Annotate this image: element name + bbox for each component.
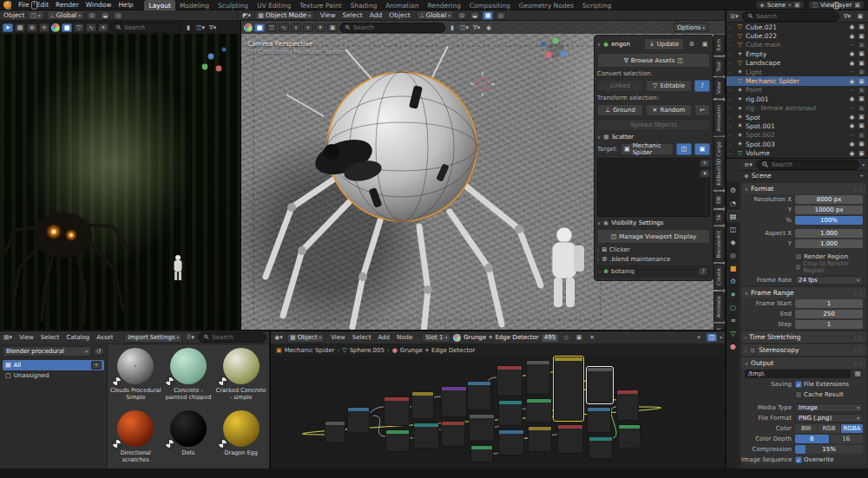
scatter-caret-icon[interactable]: ∨: [597, 134, 601, 140]
outliner-item-spot[interactable]: ›☀Spot◉▣: [727, 113, 868, 121]
outliner-item-cube-main[interactable]: ›▽Cube main−▣: [727, 41, 868, 49]
outliner-item-light[interactable]: ›☀Light−▣: [727, 68, 868, 76]
shader-node[interactable]: [467, 381, 491, 410]
asset-directional-scratches[interactable]: Directional scratches: [109, 408, 162, 468]
properties-tab-world[interactable]: ◎: [727, 250, 739, 260]
output-path-field[interactable]: /tmp\: [745, 370, 851, 378]
particle-systems-list[interactable]: + ▾: [597, 158, 710, 217]
overlay-caret-icon[interactable]: ▾: [720, 335, 722, 340]
node-canvas[interactable]: [271, 355, 725, 468]
expand-icon[interactable]: ›: [729, 105, 734, 111]
value-dropdown[interactable]: PNG (.png)▾: [795, 414, 863, 422]
expand-caret-icon[interactable]: ›: [597, 247, 599, 252]
search-input[interactable]: [124, 24, 176, 31]
node-menu-node[interactable]: Node: [393, 334, 416, 341]
hide-viewport-eye-icon[interactable]: ◉: [848, 122, 856, 129]
checkbox[interactable]: ✓: [795, 381, 802, 388]
breadcrumb-item[interactable]: Sphere.005: [350, 347, 385, 354]
overlays-icon[interactable]: ◫▾: [195, 23, 206, 32]
value-field[interactable]: 1.000: [795, 239, 863, 248]
node-menu-select[interactable]: Select: [349, 334, 375, 341]
properties-tab-data[interactable]: ▽: [727, 328, 739, 338]
sidebar-tab-kitbash3d-cargo[interactable]: KitBash3D Cargo: [713, 137, 725, 190]
options-caret-icon[interactable]: ▾: [862, 162, 865, 167]
expand-icon[interactable]: ›: [729, 150, 734, 156]
disable-render-camera-icon[interactable]: ▣: [858, 141, 865, 147]
section-menu-icon[interactable]: ⋮⋮: [853, 361, 863, 366]
properties-tab-scene[interactable]: ◈: [727, 237, 739, 247]
outliner-display-mode-icon[interactable]: ☰▾: [729, 12, 740, 21]
asset-dots[interactable]: Dots: [162, 408, 215, 468]
left-snap-magnet-icon[interactable]: ◒: [100, 11, 110, 20]
shader-node[interactable]: [526, 398, 552, 422]
disable-render-camera-icon[interactable]: ▣: [858, 33, 865, 40]
hide-viewport-eye-icon[interactable]: ◉: [848, 150, 856, 157]
value-field[interactable]: 1: [795, 320, 863, 329]
vis-armature-icon[interactable]: ⌖: [291, 23, 301, 32]
reset-transform-button[interactable]: ↩: [694, 104, 710, 116]
mode-filter-icon[interactable]: ■: [62, 23, 72, 32]
sidebar-tab-edit[interactable]: Edit: [713, 324, 725, 330]
hide-viewport-eye-icon[interactable]: ◉: [848, 141, 856, 147]
refresh-library-icon[interactable]: ↺: [94, 347, 104, 356]
properties-search[interactable]: 🔍︎: [756, 160, 859, 170]
material-users-count[interactable]: 495: [542, 334, 558, 342]
shader-node[interactable]: [589, 436, 613, 459]
properties-tab-tool[interactable]: ⚙: [727, 185, 739, 195]
value-slider[interactable]: 100%: [795, 216, 863, 225]
disable-render-camera-icon[interactable]: ▣: [858, 50, 865, 57]
cursor-tool-icon[interactable]: ⊕: [27, 23, 37, 32]
convert-override-button[interactable]: ⤴: [694, 80, 710, 92]
hide-viewport-eye-icon[interactable]: −: [848, 69, 856, 75]
shader-node[interactable]: [554, 357, 583, 421]
breadcrumb-item[interactable]: Grunge + Edge Detector: [400, 347, 476, 354]
value-field[interactable]: 8000 px: [795, 195, 863, 204]
value-dropdown[interactable]: 24 fps▾: [795, 276, 863, 285]
outliner-item-volume[interactable]: ›▽Volume◉▣: [727, 148, 868, 157]
asset-menu-view[interactable]: View: [16, 334, 37, 341]
visibility-caret-icon[interactable]: ∨: [597, 220, 601, 226]
disable-render-camera-icon[interactable]: ▣: [858, 122, 865, 129]
checkbox[interactable]: [795, 391, 802, 398]
shader-type-dropdown[interactable]: ■Object▾: [286, 333, 325, 343]
blend-maintenance-label[interactable]: .blend maintenance: [609, 256, 670, 263]
section-menu-icon[interactable]: ⋮⋮: [853, 348, 863, 353]
node-overlay-icon[interactable]: ◫: [707, 333, 717, 342]
shield-icon[interactable]: ◇: [561, 333, 571, 342]
workspace-tab-compositing[interactable]: Compositing: [465, 0, 515, 10]
expand-icon[interactable]: ›: [729, 123, 734, 129]
list-menu-button[interactable]: ▾: [700, 169, 710, 178]
viewport-menu-select[interactable]: Select: [339, 11, 366, 19]
shader-node[interactable]: [413, 422, 439, 449]
properties-tab-modifiers[interactable]: ⚙: [727, 276, 739, 286]
vis-empty-icon[interactable]: +: [303, 23, 313, 32]
section-caret-icon[interactable]: ∨: [745, 361, 748, 366]
section-caret-icon[interactable]: ∨: [745, 187, 748, 192]
section-caret-icon[interactable]: ∨: [745, 291, 748, 296]
disable-render-camera-icon[interactable]: ▣: [858, 95, 865, 102]
outliner-item-spot-002[interactable]: ›☀Spot.002−▣: [727, 131, 868, 140]
segment-bw[interactable]: BW: [795, 424, 817, 433]
expand-icon[interactable]: ›: [729, 87, 734, 93]
viewport-left-search[interactable]: 🔍︎: [110, 23, 181, 33]
asset-clouds-procedural-simple[interactable]: Clouds Procedural Simple: [109, 345, 162, 408]
properties-tab-object[interactable]: ■: [727, 263, 739, 273]
shader-node[interactable]: [616, 390, 639, 421]
shader-node[interactable]: [496, 365, 523, 396]
viewport-menu-view[interactable]: View: [317, 11, 339, 19]
random-button[interactable]: ✕Random: [646, 104, 692, 116]
add-item-button[interactable]: +: [700, 159, 710, 167]
shader-node[interactable]: [528, 426, 552, 452]
menu-help[interactable]: Help: [115, 1, 136, 9]
vis-mesh-icon[interactable]: ▽: [74, 23, 84, 32]
hide-viewport-eye-icon[interactable]: ◉: [848, 114, 856, 121]
shader-editor-icon[interactable]: ◉▾: [273, 333, 284, 342]
properties-tab-physics[interactable]: ○: [727, 302, 739, 312]
display-size-icon[interactable]: ⠿▾: [185, 333, 195, 342]
help-icon[interactable]: ?: [698, 267, 708, 276]
options-dropdown[interactable]: Options▾: [674, 23, 708, 32]
viewport-camera[interactable]: ■ ▽ ∿ ⌖ + ☀ ▣ 🔍︎ ▮ ◫▾ ∇▾ ◉ Options▾ Came…: [241, 21, 725, 330]
expand-icon[interactable]: ›: [729, 33, 734, 39]
disable-render-camera-icon[interactable]: ▣: [858, 60, 865, 67]
outliner-item-landscape[interactable]: ›▽Landscape◉▣: [727, 59, 868, 68]
